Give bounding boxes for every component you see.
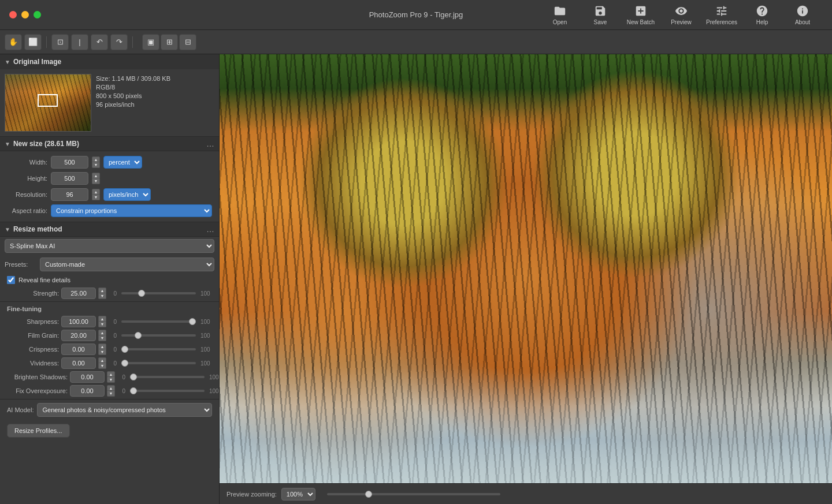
divider-1 <box>0 301 219 302</box>
vividness-input[interactable] <box>61 357 96 369</box>
about-button[interactable]: About <box>782 0 823 30</box>
width-down-button[interactable]: ▼ <box>92 162 100 168</box>
strength-up-button[interactable]: ▲ <box>98 288 106 293</box>
width-up-button[interactable]: ▲ <box>92 156 100 162</box>
width-input[interactable] <box>51 156 88 169</box>
fix-overexposure-input[interactable] <box>70 385 105 397</box>
brighten-shadows-slider[interactable] <box>130 376 205 378</box>
split-view-button[interactable]: ⊞ <box>161 34 178 50</box>
reveal-fine-details-label[interactable]: Reveal fine details <box>18 277 70 283</box>
presets-label: Presets: <box>5 261 36 268</box>
brighten-shadows-input[interactable] <box>70 371 105 383</box>
crispness-slider[interactable] <box>121 348 196 350</box>
presets-select[interactable]: Custom-made Default Sharp Smooth <box>40 257 214 271</box>
redo-button[interactable]: ↷ <box>110 34 128 50</box>
film-grain-down-button[interactable]: ▼ <box>98 335 106 341</box>
new-size-more-button[interactable]: … <box>206 139 214 148</box>
single-view-button[interactable]: ▣ <box>142 34 159 50</box>
film-grain-input[interactable] <box>61 330 96 341</box>
strength-slider[interactable] <box>121 292 196 294</box>
side-by-side-button[interactable]: ⊟ <box>179 34 196 50</box>
save-button[interactable]: Save <box>580 0 621 30</box>
help-button[interactable]: Help <box>742 0 782 30</box>
height-input[interactable] <box>51 172 88 185</box>
fix-overexposure-up-button[interactable]: ▲ <box>107 385 115 391</box>
image-canvas[interactable] <box>220 54 832 483</box>
vividness-down-button[interactable]: ▼ <box>98 363 106 369</box>
resolution-input[interactable] <box>51 188 88 201</box>
preview-button[interactable]: Preview <box>661 0 701 30</box>
sharpness-label: Sharpness: <box>7 318 59 325</box>
film-grain-max: 100 <box>200 333 213 339</box>
reveal-fine-details-checkbox[interactable] <box>7 276 15 284</box>
height-up-button[interactable]: ▲ <box>92 173 100 178</box>
film-grain-min: 0 <box>109 333 117 339</box>
vividness-label: Vividness: <box>7 360 59 367</box>
resize-method-select[interactable]: S-Spline Max AI S-Spline Max S-Spline Bi… <box>5 239 214 253</box>
about-icon <box>796 5 809 17</box>
brighten-shadows-label: Brighten Shadows: <box>7 374 68 380</box>
resize-method-section-header[interactable]: ▼ Resize method … <box>0 222 219 237</box>
sharpness-slider[interactable] <box>121 320 196 323</box>
crispness-up-button[interactable]: ▲ <box>98 344 106 349</box>
thumbnail <box>5 74 91 132</box>
strength-min: 0 <box>109 290 117 297</box>
strength-input[interactable] <box>61 288 96 299</box>
fix-overexposure-down-button[interactable]: ▼ <box>107 391 115 397</box>
vividness-slider[interactable] <box>121 362 196 364</box>
crop-tool-button[interactable]: ⬜ <box>24 34 42 50</box>
ai-model-label: AI Model: <box>7 406 34 413</box>
brighten-shadows-up-button[interactable]: ▲ <box>107 371 115 377</box>
open-button[interactable]: Open <box>540 0 580 30</box>
close-button[interactable] <box>9 11 17 18</box>
crispness-down-button[interactable]: ▼ <box>98 349 106 355</box>
bottom-bar: Preview zooming: 100% 50% 200% Fit <box>220 483 832 504</box>
crispness-input[interactable] <box>61 344 96 355</box>
one-to-one-button[interactable]: | <box>71 34 88 50</box>
fullscreen-button[interactable] <box>34 11 41 18</box>
fit-tool-button[interactable]: ⊡ <box>51 34 69 50</box>
save-icon <box>594 5 607 17</box>
vividness-up-button[interactable]: ▲ <box>98 357 106 363</box>
sharpness-down-button[interactable]: ▼ <box>98 322 106 327</box>
fix-overexposure-max: 100 <box>209 388 220 394</box>
film-grain-up-button[interactable]: ▲ <box>98 330 106 335</box>
new-size-title: New size (28.61 MB) <box>13 140 206 148</box>
brighten-shadows-row: Brighten Shadows: ▲ ▼ 0 100 <box>0 370 219 384</box>
resize-method-more-button[interactable]: … <box>206 225 214 234</box>
film-grain-label: Film Grain: <box>7 332 59 339</box>
minimize-button[interactable] <box>21 11 29 18</box>
preview-image <box>220 54 832 483</box>
strength-down-button[interactable]: ▼ <box>98 293 106 299</box>
preferences-button[interactable]: Preferences <box>701 0 742 30</box>
main-area: ▼ Original Image Size: 1.14 MB / 309.08 … <box>0 54 832 504</box>
hand-tool-button[interactable]: ✋ <box>5 34 22 50</box>
resize-profiles-button[interactable]: Resize Profiles... <box>7 424 70 438</box>
width-unit-select[interactable]: percent pixels inches cm <box>103 156 142 169</box>
zoom-select[interactable]: 100% 50% 200% Fit <box>281 488 315 501</box>
ai-model-select[interactable]: General photos & noisy/compressed photos… <box>37 403 212 417</box>
brighten-shadows-down-button[interactable]: ▼ <box>107 377 115 383</box>
resolution-row: Resolution: ▲ ▼ pixels/inch pixels/cm <box>7 188 212 201</box>
new-size-section-header[interactable]: ▼ New size (28.61 MB) … <box>0 136 219 151</box>
height-down-button[interactable]: ▼ <box>92 178 100 184</box>
vividness-max: 100 <box>200 360 213 367</box>
traffic-lights <box>9 11 41 18</box>
reveal-fine-details-row: Reveal fine details <box>0 274 219 286</box>
sharpness-up-button[interactable]: ▲ <box>98 316 106 322</box>
original-image-section-header[interactable]: ▼ Original Image <box>0 54 219 69</box>
resolution-up-button[interactable]: ▲ <box>92 189 100 195</box>
fix-overexposure-stepper: ▲ ▼ <box>107 385 115 397</box>
sharpness-max: 100 <box>200 319 213 325</box>
zoom-slider[interactable] <box>327 493 500 495</box>
sharpness-input[interactable] <box>61 316 96 327</box>
new-batch-button[interactable]: New Batch <box>621 0 661 30</box>
fix-overexposure-slider[interactable] <box>130 390 205 392</box>
resolution-unit-select[interactable]: pixels/inch pixels/cm <box>103 188 151 201</box>
aspect-ratio-select[interactable]: Constrain proportions Stretch Crop <box>51 204 212 217</box>
film-grain-slider[interactable] <box>121 334 196 337</box>
undo-button[interactable]: ↶ <box>91 34 108 50</box>
crispness-row: Crispness: ▲ ▼ 0 100 <box>0 342 219 356</box>
resolution-down-button[interactable]: ▼ <box>92 195 100 200</box>
title-bar: PhotoZoom Pro 9 - Tiger.jpg Open Save Ne… <box>0 0 832 30</box>
